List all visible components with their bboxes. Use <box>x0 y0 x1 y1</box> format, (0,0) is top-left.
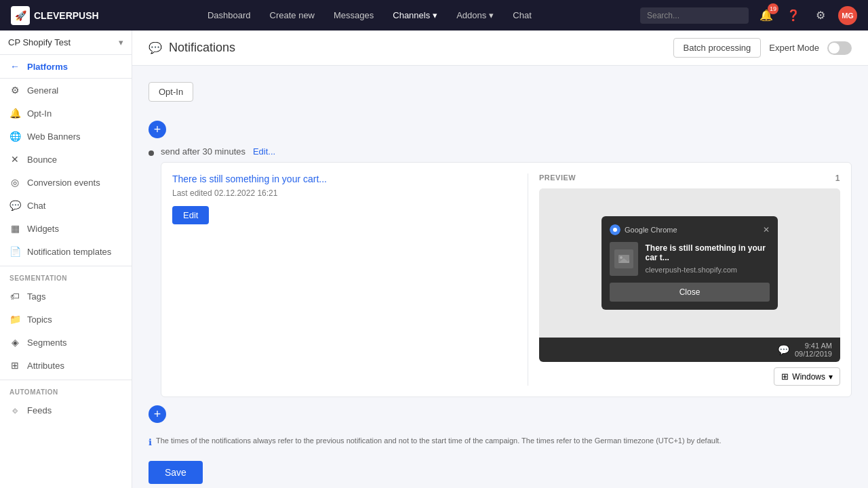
chrome-notif-text: There is still something in your car t..… <box>645 243 770 274</box>
windows-icon: ⊞ <box>781 371 789 382</box>
nav-create-new[interactable]: Create new <box>262 6 323 24</box>
feeds-icon: ⟐ <box>9 405 20 415</box>
sidebar-item-bounce[interactable]: ✕ Bounce <box>0 148 132 171</box>
card-right: PREVIEW 1 <box>528 174 840 386</box>
windows-selector: ⊞ Windows ▾ <box>539 367 840 386</box>
chevron-down-icon: ▾ <box>433 10 437 20</box>
globe-icon: 🌐 <box>9 131 20 142</box>
sidebar-item-label: Notification templates <box>27 247 111 257</box>
nav-messages[interactable]: Messages <box>326 6 382 24</box>
close-icon: ✕ <box>9 154 20 165</box>
tag-icon: 🏷 <box>9 291 20 302</box>
add-step-button-bottom[interactable]: + <box>149 405 166 423</box>
notification-meta: Last edited 02.12.2022 16:21 <box>172 188 517 198</box>
chevron-down-icon: ▾ <box>829 372 833 382</box>
nav-chat[interactable]: Chat <box>505 6 539 24</box>
notification-card: There is still something in your cart...… <box>161 162 852 397</box>
workflow-area: Opt-In + send after 30 minutes Edit... T… <box>132 66 868 488</box>
sidebar-item-segments[interactable]: ◈ Segments <box>0 331 132 354</box>
expert-mode-label: Expert Mode <box>769 43 819 53</box>
add-step-row-bottom: + <box>149 403 852 426</box>
sidebar-item-label: Conversion events <box>27 178 100 188</box>
sidebar-item-general[interactable]: ⚙ General <box>0 79 132 102</box>
sidebar-back-platforms[interactable]: ← Platforms <box>0 55 132 79</box>
windows-button[interactable]: ⊞ Windows ▾ <box>774 367 840 386</box>
chat-bubble-icon: 💬 <box>778 344 789 355</box>
save-button[interactable]: Save <box>149 461 203 484</box>
step-label: send after 30 minutes <box>161 146 245 157</box>
sidebar-item-label: Bounce <box>27 155 57 165</box>
preview-browser-window: Google Chrome ✕ <box>539 188 840 362</box>
preview-label: PREVIEW 1 <box>539 174 840 182</box>
sidebar-item-label: Widgets <box>27 224 59 234</box>
notification-image <box>610 242 638 276</box>
target-icon: ◎ <box>9 177 20 188</box>
back-label: Platforms <box>27 62 68 72</box>
preview-count: 1 <box>835 174 840 183</box>
folder-icon: 📁 <box>9 314 20 325</box>
svg-point-1 <box>613 228 617 232</box>
sidebar-item-conversion-events[interactable]: ◎ Conversion events <box>0 171 132 194</box>
sidebar-item-label: Attributes <box>27 361 64 371</box>
logo: 🚀 CLEVERPUSH <box>11 6 99 25</box>
step-edit-link[interactable]: Edit... <box>253 146 275 157</box>
chevron-down-icon: ▾ <box>489 10 494 20</box>
optin-button[interactable]: Opt-In <box>149 82 193 102</box>
chrome-notif-body: There is still something in your car t..… <box>610 242 770 276</box>
header-actions: Batch processing Expert Mode <box>673 38 852 58</box>
timeline-dot <box>149 150 154 156</box>
sidebar-item-attributes[interactable]: ⊞ Attributes <box>0 354 132 377</box>
info-text: The times of the notifications always re… <box>156 436 721 445</box>
nav-right: 🔔 19 ❓ ⚙ MG <box>640 6 857 25</box>
chrome-notification: Google Chrome ✕ <box>601 216 778 310</box>
notification-badge: 19 <box>768 3 778 14</box>
edit-notification-button[interactable]: Edit <box>172 206 209 224</box>
batch-processing-button[interactable]: Batch processing <box>673 38 762 58</box>
sidebar-item-chat[interactable]: 💬 Chat <box>0 194 132 217</box>
sidebar-divider-2 <box>0 380 132 380</box>
nav-addons[interactable]: Addons ▾ <box>448 6 502 24</box>
add-step-button-top[interactable]: + <box>149 121 166 138</box>
automation-section-header: AUTOMATION <box>0 383 132 399</box>
step-info: send after 30 minutes Edit... <box>161 146 275 157</box>
channel-selector[interactable]: CP Shopify Test ▾ <box>0 30 132 55</box>
expert-mode-toggle[interactable] <box>827 41 852 55</box>
page-title: Notifications <box>169 41 235 55</box>
main-layout: CP Shopify Test ▾ ← Platforms ⚙ General … <box>0 30 868 488</box>
help-button[interactable]: ❓ <box>784 6 803 25</box>
sidebar-item-optin[interactable]: 🔔 Opt-In <box>0 102 132 125</box>
sidebar-item-feeds[interactable]: ⟐ Feeds <box>0 399 132 422</box>
sidebar-item-notification-templates[interactable]: 📄 Notification templates <box>0 240 132 263</box>
avatar[interactable]: MG <box>838 6 857 25</box>
preview-time: 9:41 AM 09/12/2019 <box>795 342 832 358</box>
nav-dashboard[interactable]: Dashboard <box>199 6 259 24</box>
sidebar-item-widgets[interactable]: ▦ Widgets <box>0 217 132 240</box>
page-header: 💬 Notifications Batch processing Expert … <box>132 30 868 66</box>
bell-icon: 🔔 <box>9 108 20 119</box>
notifications-button[interactable]: 🔔 19 <box>757 6 776 25</box>
timeline-step: send after 30 minutes Edit... <box>149 146 852 157</box>
sidebar-item-label: Opt-In <box>27 108 52 119</box>
widgets-icon: ▦ <box>9 223 20 234</box>
chrome-close-button[interactable]: Close <box>610 283 770 302</box>
top-navigation: 🚀 CLEVERPUSH Dashboard Create new Messag… <box>0 0 868 30</box>
nav-links: Dashboard Create new Messages Channels ▾… <box>115 6 624 24</box>
chrome-notif-domain: cleverpush-test.shopify.com <box>645 266 737 274</box>
sidebar: CP Shopify Test ▾ ← Platforms ⚙ General … <box>0 30 132 488</box>
sidebar-item-topics[interactable]: 📁 Topics <box>0 308 132 331</box>
chrome-notif-message: There is still something in your car t..… <box>645 243 770 262</box>
attributes-icon: ⊞ <box>9 360 20 371</box>
sidebar-item-web-banners[interactable]: 🌐 Web Banners <box>0 125 132 148</box>
settings-button[interactable]: ⚙ <box>811 6 830 25</box>
sidebar-item-label: Segments <box>27 338 67 348</box>
sidebar-item-label: General <box>27 85 58 96</box>
sidebar-divider <box>0 266 132 266</box>
chevron-down-icon: ▾ <box>119 37 123 47</box>
close-icon[interactable]: ✕ <box>763 225 770 235</box>
sidebar-item-tags[interactable]: 🏷 Tags <box>0 285 132 308</box>
back-arrow-icon: ← <box>9 61 20 72</box>
nav-channels[interactable]: Channels ▾ <box>384 6 446 24</box>
search-input[interactable] <box>640 7 749 24</box>
segment-icon: ◈ <box>9 337 20 348</box>
chat-icon: 💬 <box>9 200 20 211</box>
